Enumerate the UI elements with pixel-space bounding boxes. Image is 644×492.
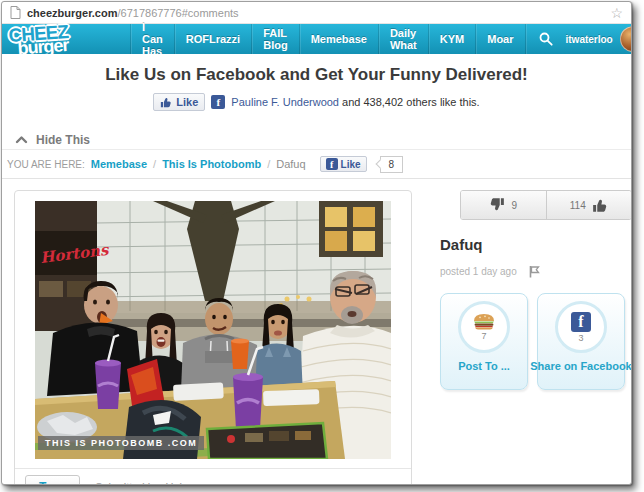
breadcrumb-separator: /	[153, 158, 156, 170]
nav-menu: I Can Has ROFLrazzi FAIL Blog Memebase D…	[130, 24, 566, 54]
username-label[interactable]: itwaterloo	[566, 34, 613, 45]
url-path: /6717867776#comments	[117, 7, 238, 19]
submitted-by-label: Submitted by: Unknown	[95, 481, 211, 485]
bookmark-star-icon[interactable]: ☆	[610, 6, 623, 20]
nav-item-i-can-has[interactable]: I Can Has	[130, 24, 174, 54]
post-to-label: Post To ...	[458, 360, 510, 372]
breadcrumb-link-this-is-photobomb[interactable]: This Is Photobomb	[162, 158, 261, 170]
nav-item-roflrazzi[interactable]: ROFLrazzi	[174, 24, 251, 54]
facebook-like-button[interactable]: Like	[153, 93, 205, 111]
burger-icon	[472, 313, 496, 330]
flag-icon[interactable]	[529, 265, 540, 278]
url-bar[interactable]: cheezburger.com/6717867776#comments ☆	[2, 2, 631, 24]
facebook-like-row: Like f Pauline F. Underwood and 438,402 …	[2, 93, 631, 111]
facebook-like-label: Like	[176, 96, 198, 108]
hide-this-label: Hide This	[36, 133, 90, 147]
share-circle: 7	[458, 301, 510, 353]
thumb-up-icon	[160, 96, 172, 108]
tags-button[interactable]: Tags	[25, 475, 80, 485]
breadcrumb: YOU ARE HERE: Memebase / This Is Photobo…	[2, 150, 631, 179]
url-text[interactable]: cheezburger.com/6717867776#comments	[27, 7, 239, 19]
liker-name-link[interactable]: Pauline F. Underwood	[231, 96, 339, 108]
logo-text-bottom: burger	[17, 38, 69, 56]
posted-info: posted 1 day ago	[440, 265, 630, 278]
food-court-scene: Hortons	[35, 201, 391, 459]
thumb-up-icon	[592, 197, 608, 213]
vote-buttons: 9 114	[460, 190, 632, 220]
post-to-cheezburger-card[interactable]: 7 Post To ...	[440, 293, 528, 390]
share-count: 7	[481, 331, 486, 341]
hide-this-bar[interactable]: Hide This	[2, 130, 631, 150]
upvote-button[interactable]: 114	[546, 191, 632, 219]
nav-item-fail-blog[interactable]: FAIL Blog	[251, 24, 298, 54]
post-image[interactable]: Hortons	[35, 201, 391, 459]
like-count-bubble: 8	[380, 156, 404, 173]
banner-heading: Like Us on Facebook and Get Your Funny D…	[2, 65, 631, 85]
breadcrumb-separator: /	[267, 158, 270, 170]
page-icon	[10, 6, 21, 19]
thumb-down-icon	[489, 197, 505, 213]
share-circle: f 3	[555, 301, 607, 353]
nav-item-moar[interactable]: Moar	[475, 24, 524, 54]
search-icon	[539, 32, 553, 46]
search-button[interactable]	[525, 24, 566, 54]
url-host: cheezburger.com	[27, 7, 117, 19]
post-sidebar: 9 114 Dafuq posted 1 day ago	[440, 190, 630, 390]
share-count: 3	[578, 333, 583, 343]
post-card-footer: Tags Submitted by: Unknown	[15, 468, 411, 485]
cheezburger-logo[interactable]: CHEEZ burger	[8, 24, 69, 57]
breadcrumb-link-memebase[interactable]: Memebase	[91, 158, 147, 170]
main-navbar: CHEEZ burger I Can Has ROFLrazzi FAIL Bl…	[2, 24, 631, 54]
downvote-count: 9	[511, 200, 517, 211]
facebook-icon: f	[326, 158, 338, 170]
facebook-icon: f	[571, 312, 591, 332]
photobomb-watermark: THIS IS PHOTOBOMB .COM	[38, 436, 204, 450]
breadcrumb-like-label: Like	[341, 159, 361, 170]
posted-time-label: posted 1 day ago	[440, 266, 517, 277]
facebook-icon: f	[211, 95, 225, 109]
post-card: Hortons	[14, 190, 412, 485]
main-content: Hortons	[2, 179, 631, 485]
avatar[interactable]	[620, 26, 632, 52]
share-on-facebook-label: Share on Facebook	[530, 360, 631, 372]
likers-text: and 438,402 others like this.	[342, 96, 480, 108]
nav-item-daily-what[interactable]: Daily What	[378, 24, 428, 54]
upvote-count: 114	[570, 200, 586, 211]
nav-user-area: itwaterloo Create!	[566, 26, 633, 52]
share-on-facebook-card[interactable]: f 3 Share on Facebook	[537, 293, 625, 390]
downvote-button[interactable]: 9	[461, 191, 546, 219]
nav-item-memebase[interactable]: Memebase	[299, 24, 378, 54]
facebook-banner: Like Us on Facebook and Get Your Funny D…	[2, 54, 631, 130]
breadcrumb-like-button[interactable]: f Like	[320, 156, 367, 172]
post-title: Dafuq	[440, 236, 630, 253]
chevron-up-icon	[15, 135, 28, 144]
browser-window: cheezburger.com/6717867776#comments ☆ CH…	[1, 1, 632, 485]
share-cards: 7 Post To ... f 3 Share on Facebook	[440, 293, 630, 390]
breadcrumb-current: Dafuq	[276, 158, 305, 170]
breadcrumb-prefix: YOU ARE HERE:	[7, 159, 85, 170]
nav-item-kym[interactable]: KYM	[428, 24, 475, 54]
